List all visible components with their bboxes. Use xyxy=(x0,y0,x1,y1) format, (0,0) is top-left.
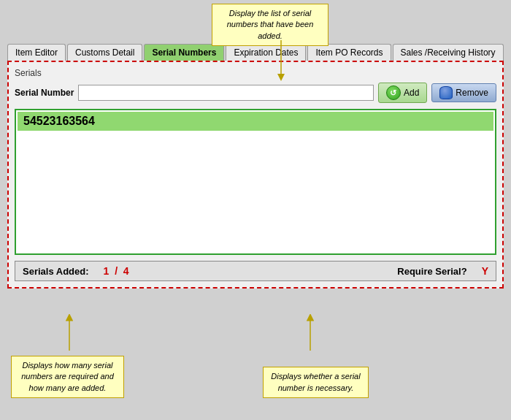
footer-bar: Serials Added: 1 / 4 Require Serial? Y xyxy=(15,261,496,281)
tab-sales-receiving-history[interactable]: Sales /Receiving History xyxy=(393,44,504,61)
add-button[interactable]: ↺ Add xyxy=(378,83,427,103)
serials-added-label: Serials Added: xyxy=(23,266,89,277)
remove-icon xyxy=(439,86,453,99)
serial-list: 54523163564 xyxy=(15,109,496,255)
remove-button[interactable]: Remove xyxy=(431,83,496,102)
callout-top: Display the list of serial numbers that … xyxy=(212,4,328,46)
require-serial-value: Y xyxy=(482,265,488,277)
serial-number-label: Serial Number xyxy=(15,88,74,98)
callout-bottom-left: Displays how many serial numbers are req… xyxy=(11,356,124,398)
serials-section-label: Serials xyxy=(15,68,496,78)
tab-customs-detail[interactable]: Customs Detail xyxy=(67,44,142,61)
tab-serial-numbers[interactable]: Serial Numbers xyxy=(144,44,224,61)
add-icon: ↺ xyxy=(386,85,401,100)
tab-bar: Item Editor Customs Detail Serial Number… xyxy=(7,44,504,61)
serials-count: 1 / 4 xyxy=(104,265,129,277)
tab-expiration-dates[interactable]: Expiration Dates xyxy=(226,44,306,61)
serials-panel: Serials Serial Number ↺ Add Remove 54523… xyxy=(7,61,504,289)
tab-item-editor[interactable]: Item Editor xyxy=(7,44,66,61)
list-item[interactable]: 54523163564 xyxy=(18,112,493,131)
serial-number-input[interactable] xyxy=(78,85,374,101)
require-serial-label: Require Serial? xyxy=(397,266,466,277)
serial-number-row: Serial Number ↺ Add Remove xyxy=(15,83,496,103)
callout-bottom-right: Displays whether a serial number is nece… xyxy=(263,367,369,398)
tab-item-po-records[interactable]: Item PO Records xyxy=(307,44,391,61)
